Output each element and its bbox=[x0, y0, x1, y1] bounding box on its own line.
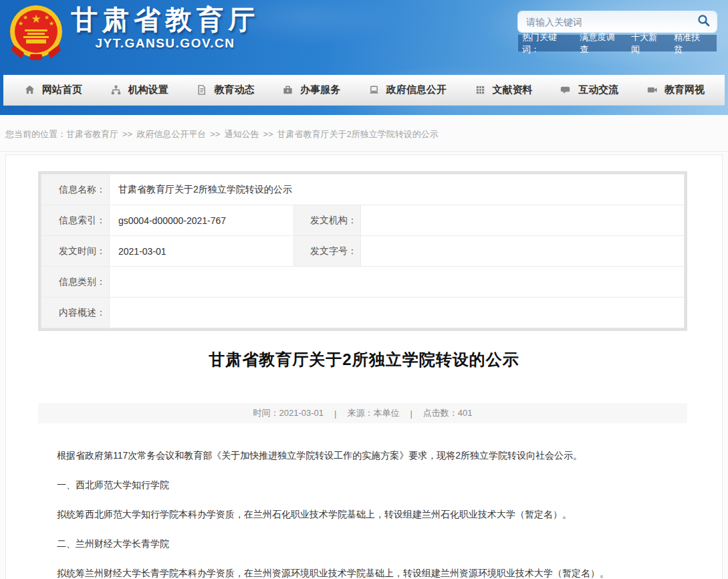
breadcrumb-link-platform[interactable]: 政府信息公开平台 bbox=[136, 129, 206, 139]
breadcrumb-separator: >> bbox=[210, 129, 220, 139]
search-icon bbox=[697, 14, 711, 29]
breadcrumb-link-home[interactable]: 甘肃省教育厅 bbox=[66, 129, 118, 139]
svg-text:★: ★ bbox=[23, 14, 28, 21]
meta-hits: 点击数：401 bbox=[423, 407, 473, 419]
article-meta: 时间：2021-03-01 | 来源：本单位 | 点击数：401 bbox=[38, 403, 687, 423]
home-icon bbox=[23, 84, 36, 96]
svg-text:★: ★ bbox=[49, 20, 54, 27]
hot-keywords-bar: 热门关键词： 满意度调查 十大新闻 精准扶贫 bbox=[518, 35, 717, 51]
briefcase-icon bbox=[281, 84, 294, 96]
breadcrumb-separator: >> bbox=[263, 129, 273, 139]
paragraph: 二、兰州财经大学长青学院 bbox=[38, 538, 687, 549]
content-summary-label: 内容概述： bbox=[41, 298, 110, 328]
paragraph: 一、西北师范大学知行学院 bbox=[38, 479, 687, 490]
paragraph: 拟统筹西北师范大学知行学院本科办学资质，在兰州石化职业技术学院基础上，转设组建兰… bbox=[38, 509, 687, 519]
breadcrumb-separator: >> bbox=[122, 129, 132, 139]
issue-date-value: 2021-03-01 bbox=[110, 236, 294, 267]
sitemap-icon bbox=[110, 84, 122, 96]
doc-number-label: 发文字号： bbox=[294, 236, 361, 267]
nav-label: 办事服务 bbox=[300, 84, 340, 96]
info-index-label: 信息索引： bbox=[41, 205, 110, 236]
content-summary-value bbox=[110, 298, 685, 328]
info-category-label: 信息类别： bbox=[41, 267, 110, 298]
info-name-label: 信息名称： bbox=[41, 175, 110, 205]
site-title: 甘肃省教育厅 bbox=[71, 3, 259, 35]
nav-item-interaction[interactable]: 互动交流 bbox=[560, 84, 618, 96]
content-panel: 信息名称： 甘肃省教育厅关于2所独立学院转设的公示 信息索引： gs0004-d… bbox=[5, 154, 723, 579]
info-index-value: gs0004-d00000-2021-767 bbox=[110, 205, 294, 236]
info-table: 信息名称： 甘肃省教育厅关于2所独立学院转设的公示 信息索引： gs0004-d… bbox=[38, 171, 687, 331]
nav-item-gov-info[interactable]: 政府信息公开 bbox=[368, 84, 447, 96]
hot-keyword-link-3[interactable]: 精准扶贫 bbox=[674, 31, 708, 55]
issue-date-label: 发文时间： bbox=[41, 236, 110, 267]
svg-text:★: ★ bbox=[18, 20, 23, 27]
table-row: 信息名称： 甘肃省教育厅关于2所独立学院转设的公示 bbox=[41, 175, 685, 205]
table-row: 信息类别： bbox=[41, 267, 685, 298]
issuing-agency-label: 发文机构： bbox=[294, 205, 361, 236]
issuing-agency-value bbox=[361, 205, 685, 236]
nav-label: 文献资料 bbox=[493, 84, 533, 96]
article-title: 甘肃省教育厅关于2所独立学院转设的公示 bbox=[39, 349, 689, 370]
info-category-value bbox=[110, 267, 685, 298]
nav-item-literature[interactable]: 文献资料 bbox=[474, 84, 533, 96]
document-icon bbox=[195, 84, 208, 96]
breadcrumb-current: 甘肃省教育厅关于2所独立学院转设的公示 bbox=[277, 129, 439, 139]
search-button[interactable] bbox=[691, 11, 717, 32]
nav-item-org[interactable]: 机构设置 bbox=[110, 84, 168, 96]
hot-keyword-link-1[interactable]: 满意度调查 bbox=[580, 31, 622, 55]
breadcrumb-prefix: 您当前的位置： bbox=[5, 129, 66, 139]
nav-item-services[interactable]: 办事服务 bbox=[281, 84, 340, 96]
svg-text:★: ★ bbox=[31, 13, 41, 25]
main-nav: 网站首页 机构设置 教育动态 bbox=[3, 75, 725, 106]
search-box bbox=[518, 11, 717, 32]
breadcrumb-link-notices[interactable]: 通知公告 bbox=[224, 129, 259, 139]
nav-item-home[interactable]: 网站首页 bbox=[23, 84, 82, 96]
nav-label: 互动交流 bbox=[578, 84, 618, 96]
breadcrumb: 您当前的位置：甘肃省教育厅>>政府信息公开平台>>通知公告>>甘肃省教育厅关于2… bbox=[0, 115, 728, 152]
nav-item-video[interactable]: 教育网视 bbox=[646, 84, 705, 96]
paragraph: 拟统筹兰州财经大学长青学院本科办学资质，在兰州资源环境职业技术学院基础上，转设组… bbox=[38, 568, 687, 578]
search-input[interactable] bbox=[518, 17, 691, 27]
paragraph: 根据省政府第117次常务会议和教育部《关于加快推进独立学院转设工作的实施方案》要… bbox=[38, 450, 687, 461]
meta-separator: | bbox=[334, 409, 336, 419]
meta-separator: | bbox=[410, 409, 412, 419]
camera-icon bbox=[646, 84, 658, 96]
table-row: 内容概述： bbox=[41, 298, 685, 328]
nav-item-news[interactable]: 教育动态 bbox=[195, 84, 254, 96]
national-emblem-icon: ★ ★ ★ ★ ★ bbox=[9, 3, 63, 65]
site-header: ★ ★ ★ ★ ★ 甘肃省教育厅 JYT.GANSU.GOV.CN bbox=[0, 0, 728, 115]
laptop-icon bbox=[368, 84, 380, 96]
brand-text: 甘肃省教育厅 JYT.GANSU.GOV.CN bbox=[71, 3, 259, 51]
site-url: JYT.GANSU.GOV.CN bbox=[71, 36, 259, 51]
info-name-value: 甘肃省教育厅关于2所独立学院转设的公示 bbox=[110, 175, 685, 205]
nav-label: 政府信息公开 bbox=[386, 84, 447, 96]
meta-source: 来源：本单位 bbox=[347, 407, 399, 419]
doc-number-value bbox=[361, 236, 685, 267]
meta-time: 时间：2021-03-01 bbox=[253, 407, 324, 419]
nav-label: 机构设置 bbox=[128, 84, 168, 96]
chat-icon bbox=[560, 84, 572, 96]
nav-label: 网站首页 bbox=[42, 84, 82, 96]
article-body: 根据省政府第117次常务会议和教育部《关于加快推进独立学院转设工作的实施方案》要… bbox=[38, 450, 687, 578]
nav-label: 教育网视 bbox=[664, 84, 705, 96]
table-row: 信息索引： gs0004-d00000-2021-767 发文机构： bbox=[41, 205, 685, 236]
site-logo[interactable]: ★ ★ ★ ★ ★ 甘肃省教育厅 JYT.GANSU.GOV.CN bbox=[9, 3, 259, 65]
table-row: 发文时间： 2021-03-01 发文字号： bbox=[41, 236, 685, 267]
hot-keyword-link-2[interactable]: 十大新闻 bbox=[631, 31, 665, 55]
grid-icon bbox=[474, 84, 487, 96]
hot-keywords-label: 热门关键词： bbox=[522, 31, 573, 55]
nav-label: 教育动态 bbox=[214, 84, 254, 96]
